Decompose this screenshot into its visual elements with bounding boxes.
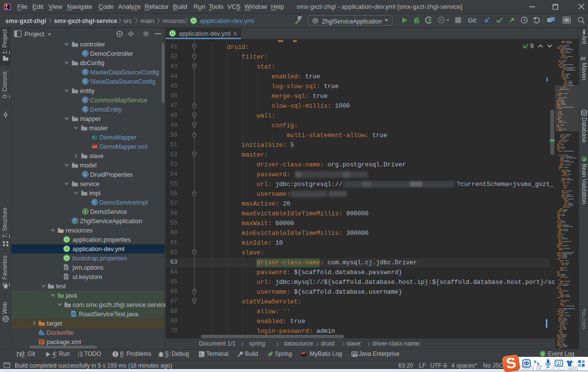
svg-text:C: C — [84, 69, 87, 74]
svg-text:C: C — [84, 50, 87, 56]
svg-text:I: I — [85, 209, 86, 214]
svg-text:C: C — [84, 97, 87, 102]
svg-text:xml: xml — [92, 145, 98, 148]
svg-text:C: C — [93, 199, 97, 205]
svg-text:C: C — [84, 171, 87, 177]
svg-text:1: 1 — [541, 351, 544, 356]
svg-text:C: C — [84, 106, 87, 112]
svg-text:C: C — [84, 78, 87, 84]
